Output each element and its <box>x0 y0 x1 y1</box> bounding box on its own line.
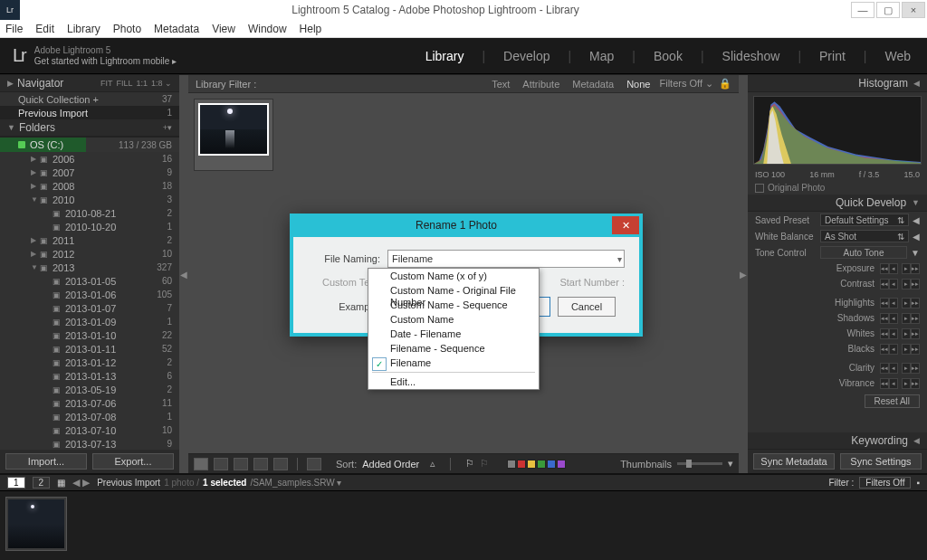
module-map[interactable]: Map <box>586 49 617 63</box>
volume-row[interactable]: OS (C:) 113 / 238 GB <box>0 137 179 152</box>
reset-all-button[interactable]: Reset All <box>865 394 920 408</box>
folder-row[interactable]: ▣2013-01-122 <box>0 356 179 369</box>
auto-tone-button[interactable]: Auto Tone <box>820 246 907 259</box>
module-print[interactable]: Print <box>816 49 849 63</box>
folder-row[interactable]: ▣2013-05-192 <box>0 383 179 396</box>
color-swatch[interactable] <box>557 460 566 469</box>
navigator-header[interactable]: ▶ Navigator FIT FILL 1:1 1:8 ⌄ <box>0 75 179 92</box>
menu-window[interactable]: Window <box>248 23 287 35</box>
toolbar-chevron-icon[interactable]: ▾ <box>728 458 733 470</box>
dropdown-item[interactable]: Custom Name - Original File Number <box>368 283 539 298</box>
folder-row[interactable]: ▼▣2013327 <box>0 261 179 274</box>
folder-row[interactable]: ▣2010-10-201 <box>0 220 179 233</box>
monitor-1-button[interactable]: 1 <box>7 477 25 489</box>
left-gutter[interactable]: ◀ <box>179 75 188 473</box>
folder-row[interactable]: ▼▣20103 <box>0 193 179 206</box>
filmstrip[interactable] <box>0 490 927 560</box>
menu-help[interactable]: Help <box>300 23 322 35</box>
qd-slider-vibrance[interactable]: Vibrance◂◂◂▸▸▸ <box>748 375 927 391</box>
loupe-view-icon[interactable] <box>214 458 228 470</box>
qd-slider-contrast[interactable]: Contrast◂◂◂▸▸▸ <box>748 276 927 291</box>
survey-view-icon[interactable] <box>253 458 268 470</box>
dropdown-item[interactable]: Filename - Sequence <box>368 341 539 356</box>
folder-row[interactable]: ▣2013-01-0560 <box>0 274 179 288</box>
folder-row[interactable]: ▣2010-08-212 <box>0 206 179 220</box>
qd-slider-shadows[interactable]: Shadows◂◂◂▸▸▸ <box>748 310 927 326</box>
dropdown-item[interactable]: Custom Name - Sequence <box>368 298 539 312</box>
quick-collection-row[interactable]: Quick Collection + 37 <box>0 92 179 106</box>
breadcrumb-source[interactable]: Previous Import <box>97 478 160 488</box>
reveal-icon[interactable]: ◀ <box>913 232 920 242</box>
histogram[interactable] <box>753 96 922 165</box>
folder-row[interactable]: ▣2013-07-081 <box>0 410 179 423</box>
grid-icon[interactable]: ▦ <box>57 478 65 488</box>
folder-row[interactable]: ▶▣201210 <box>0 247 179 261</box>
menu-view[interactable]: View <box>212 23 235 35</box>
keywording-header[interactable]: Keywording ◀ <box>748 432 927 450</box>
right-gutter[interactable]: ▶ <box>739 75 748 473</box>
menu-file[interactable]: File <box>5 23 23 35</box>
dropdown-item[interactable]: Custom Name (x of y) <box>368 269 539 283</box>
qd-slider-whites[interactable]: Whites◂◂◂▸▸▸ <box>748 326 927 341</box>
file-naming-combo[interactable]: Filename ▾ <box>387 250 625 268</box>
filmstrip-filter-select[interactable]: Filters Off <box>859 477 911 489</box>
menu-library[interactable]: Library <box>67 23 100 35</box>
qd-slider-blacks[interactable]: Blacks◂◂◂▸▸▸ <box>748 341 927 356</box>
thumbnail-size-slider[interactable] <box>677 462 722 465</box>
folders-header[interactable]: ▼ Folders +▾ <box>0 119 179 137</box>
grid-view-icon[interactable] <box>194 458 208 470</box>
flag-reject-icon[interactable]: ⚐ <box>480 458 489 470</box>
dialog-close-button[interactable]: ✕ <box>612 216 639 234</box>
folder-row[interactable]: ▶▣200616 <box>0 152 179 166</box>
sync-settings-button[interactable]: Sync Settings <box>840 453 922 470</box>
color-swatch[interactable] <box>517 460 526 469</box>
filmstrip-thumbnail[interactable] <box>5 497 67 551</box>
nav-1-1[interactable]: 1:1 <box>136 79 148 88</box>
folder-row[interactable]: ▣2013-07-139 <box>0 437 179 450</box>
reveal-icon[interactable]: ◀ <box>913 215 920 225</box>
histogram-header[interactable]: Histogram ◀ <box>748 75 927 92</box>
folder-row[interactable]: ▣2013-01-1152 <box>0 342 179 356</box>
filter-switch-icon[interactable]: ▪ <box>916 478 920 488</box>
folder-row[interactable]: ▣2013-01-077 <box>0 301 179 315</box>
folder-row[interactable]: ▶▣20112 <box>0 233 179 247</box>
compare-view-icon[interactable] <box>234 458 248 470</box>
previous-import-row[interactable]: Previous Import 1 <box>0 106 179 119</box>
breadcrumb-path[interactable]: /SAM_samples.SRW ▾ <box>250 478 341 488</box>
people-view-icon[interactable] <box>273 458 288 470</box>
module-develop[interactable]: Develop <box>500 49 553 63</box>
dropdown-item[interactable]: Custom Name <box>368 312 539 327</box>
filter-none[interactable]: None <box>626 79 650 90</box>
nav-fill[interactable]: FILL <box>116 79 132 88</box>
flag-pick-icon[interactable]: ⚐ <box>465 458 474 470</box>
mobile-link[interactable]: Get started with Lightroom mobile ▸ <box>34 56 177 67</box>
folder-row[interactable]: ▣2013-01-091 <box>0 315 179 328</box>
module-book[interactable]: Book <box>650 49 686 63</box>
folder-row[interactable]: ▶▣200818 <box>0 179 179 193</box>
color-swatch[interactable] <box>537 460 546 469</box>
add-folder-icon[interactable]: +▾ <box>163 123 172 132</box>
window-close-button[interactable]: × <box>902 2 925 18</box>
painter-icon[interactable] <box>307 458 321 470</box>
lock-icon[interactable]: 🔒 <box>719 78 731 90</box>
filter-text[interactable]: Text <box>492 79 510 90</box>
nav-arrows[interactable]: ◀▶ <box>72 477 90 489</box>
window-minimize-button[interactable]: — <box>851 2 874 18</box>
color-swatch[interactable] <box>547 460 556 469</box>
monitor-2-button[interactable]: 2 <box>33 477 51 489</box>
sync-metadata-button[interactable]: Sync Metadata <box>753 453 835 470</box>
folder-row[interactable]: ▶▣20079 <box>0 166 179 179</box>
folder-row[interactable]: ▣2013-01-136 <box>0 369 179 383</box>
qd-slider-highlights[interactable]: Highlights◂◂◂▸▸▸ <box>748 295 927 310</box>
module-library[interactable]: Library <box>422 49 468 63</box>
original-photo-toggle[interactable]: Original Photo <box>748 181 927 195</box>
dropdown-item[interactable]: Filename <box>368 356 539 370</box>
dialog-titlebar[interactable]: Rename 1 Photo ✕ <box>293 214 639 237</box>
import-button[interactable]: Import... <box>5 453 87 470</box>
filters-preset[interactable]: Filters Off ⌄ <box>659 78 713 90</box>
menu-metadata[interactable]: Metadata <box>154 23 199 35</box>
qd-slider-clarity[interactable]: Clarity◂◂◂▸▸▸ <box>748 360 927 375</box>
sort-value[interactable]: Added Order <box>362 459 419 470</box>
qd-slider-exposure[interactable]: Exposure◂◂◂▸▸▸ <box>748 261 927 276</box>
menu-photo[interactable]: Photo <box>113 23 141 35</box>
